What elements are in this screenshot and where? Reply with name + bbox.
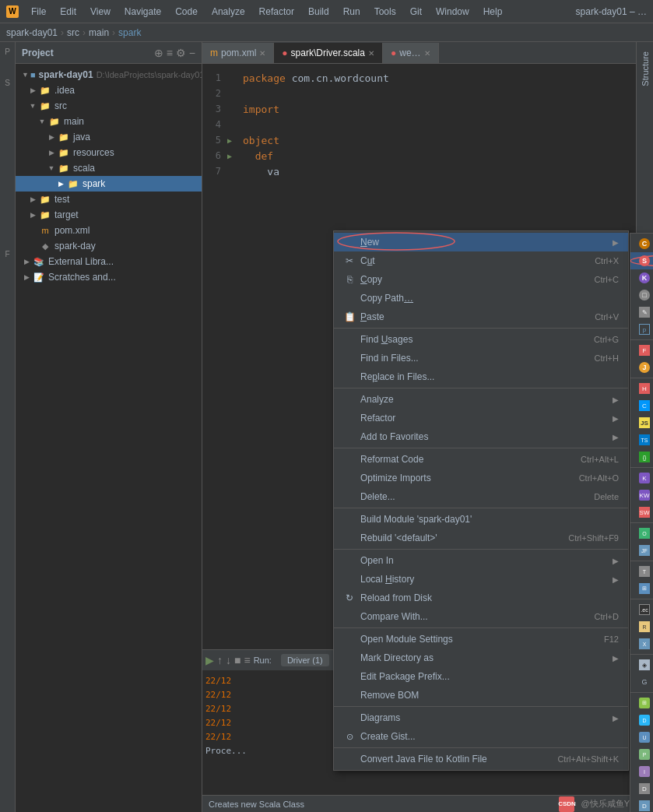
tree-item-scala[interactable]: ▼ 📁 scala <box>16 160 202 176</box>
ctx-analyze[interactable]: Analyze ▶ <box>334 390 628 409</box>
tab-driver-close[interactable]: ✕ <box>368 49 374 58</box>
ctx-edit-pkg-prefix[interactable]: Edit Package Prefix... <box>334 667 628 686</box>
tab-driver[interactable]: ● spark\Driver.scala ✕ <box>274 43 383 63</box>
submenu-file[interactable]: □ File <box>630 286 653 304</box>
breadcrumb-root[interactable]: spark-day01 <box>6 27 58 38</box>
menu-git[interactable]: Git <box>404 5 428 19</box>
submenu-html[interactable]: H HTML File <box>630 380 653 397</box>
submenu-jfx[interactable]: JF JavaFXApplication <box>630 542 653 559</box>
tab-we[interactable]: ● we… ✕ <box>383 43 439 63</box>
ctx-reload[interactable]: ↻ Reload from Disk <box>334 589 628 607</box>
tree-item-ext-libs[interactable]: ▶ 📚 External Libra... <box>16 254 202 269</box>
menu-run[interactable]: Run <box>337 5 367 19</box>
sidebar-structure-icon[interactable]: S <box>2 76 14 89</box>
submenu-js[interactable]: JS JavaScript File <box>630 414 653 431</box>
submenu-datasource[interactable]: ⊞ Data Source <box>630 694 653 712</box>
menu-analyze[interactable]: Analyze <box>205 5 251 19</box>
submenu-diagram[interactable]: ◈ Diagram <box>630 656 653 673</box>
ctx-favorites[interactable]: Add to Favorites ▶ <box>334 427 628 446</box>
breadcrumb-main[interactable]: main <box>89 27 109 38</box>
ctx-replace-in-files[interactable]: Replace in Files... <box>334 367 628 386</box>
submenu-driver[interactable]: D Driver <box>630 797 653 812</box>
breadcrumb-src[interactable]: src <box>67 27 79 38</box>
menu-tools[interactable]: Tools <box>368 5 402 19</box>
menu-edit[interactable]: Edit <box>54 5 83 19</box>
submenu-kotlin-ws[interactable]: KW Kotlin Worksheet <box>630 487 653 504</box>
ctx-find-in-files[interactable]: Find in Files... Ctrl+H <box>334 349 628 367</box>
submenu-java-class[interactable]: C Java Class <box>630 235 653 252</box>
ctx-reformat[interactable]: Reformat Code Ctrl+Alt+L <box>334 450 628 469</box>
tree-item-idea[interactable]: ▶ 📁 .idea <box>16 83 202 98</box>
submenu-scala-class[interactable]: S Scala Class <box>630 252 653 269</box>
ctx-paste[interactable]: 📋 Paste Ctrl+V <box>334 308 628 326</box>
ctx-refactor[interactable]: Refactor ▶ <box>334 409 628 427</box>
submenu-ds-url[interactable]: U Data Source from URL <box>630 729 653 746</box>
menu-window[interactable]: Window <box>430 5 476 19</box>
ctx-compare[interactable]: Compare With... Ctrl+D <box>334 607 628 626</box>
submenu-ds-inpath[interactable]: I Data Source in Path <box>630 763 653 780</box>
menu-help[interactable]: Help <box>477 5 509 19</box>
panel-action-tree[interactable]: ≡ <box>167 47 173 59</box>
tab-pom-close[interactable]: ✕ <box>259 49 265 58</box>
submenu-driver-ds[interactable]: D Driver and Data Source <box>630 780 653 797</box>
tree-item-java[interactable]: ▶ 📁 java <box>16 129 202 145</box>
menu-navigate[interactable]: Navigate <box>118 5 167 19</box>
submenu-fxml[interactable]: F FXML File <box>630 342 653 359</box>
ctx-local-history[interactable]: Local History ▶ <box>334 570 628 589</box>
run-stop-icon[interactable]: ■ <box>234 654 240 666</box>
ctx-module-settings[interactable]: Open Module Settings F12 <box>334 630 628 649</box>
ctx-copy-path[interactable]: Copy Path… <box>334 289 628 308</box>
sidebar-favorites-icon[interactable]: F <box>2 248 14 260</box>
run-filter-icon[interactable]: ≡ <box>244 654 250 666</box>
submenu-package[interactable]: p Package <box>630 321 653 338</box>
tree-item-pom[interactable]: m pom.xml <box>16 223 202 238</box>
tree-item-iml[interactable]: ◆ spark-day <box>16 238 202 254</box>
ctx-cut[interactable]: ✂ Cut Ctrl+X <box>334 251 628 270</box>
submenu-json[interactable]: {} package.json File <box>630 448 653 466</box>
submenu-css[interactable]: C Stylesheet <box>630 397 653 414</box>
submenu-ts[interactable]: TS TypeScript File <box>630 431 653 448</box>
ctx-copy[interactable]: ⎘ Copy Ctrl+C <box>334 270 628 289</box>
menu-file[interactable]: File <box>25 5 52 19</box>
tab-we-close[interactable]: ✕ <box>424 49 430 58</box>
ctx-diagrams[interactable]: Diagrams ▶ <box>334 708 628 727</box>
ctx-build-module[interactable]: Build Module 'spark-day01' <box>334 510 628 529</box>
submenu-scala-ws[interactable]: SW Scala Worksheet <box>630 504 653 521</box>
tree-root[interactable]: ▼ ■ spark-day01 D:\IdeaProjects\spark-da… <box>16 67 202 83</box>
run-play-icon[interactable]: ▶ <box>205 654 214 666</box>
submenu-ddl[interactable]: D DDL Data Source <box>630 712 653 729</box>
panel-action-settings[interactable]: ⚙ <box>176 47 186 59</box>
panel-action-add[interactable]: ⊕ <box>154 47 163 59</box>
run-up-icon[interactable]: ↑ <box>217 654 223 666</box>
menu-view[interactable]: View <box>84 5 117 19</box>
ctx-rebuild[interactable]: Rebuild '<default>' Ctrl+Shift+F9 <box>334 529 628 547</box>
ctx-open-in[interactable]: Open In ▶ <box>334 551 628 570</box>
run-tab-driver[interactable]: Driver (1) <box>281 654 329 666</box>
tree-item-scratches[interactable]: ▶ 📝 Scratches and... <box>16 269 202 285</box>
submenu-pkg-info[interactable]: J package-info.java <box>630 359 653 376</box>
menu-refactor[interactable]: Refactor <box>253 5 300 19</box>
breadcrumb-spark[interactable]: spark <box>118 27 141 38</box>
structure-sidebar-label[interactable]: Structure <box>641 51 650 86</box>
tree-item-src[interactable]: ▼ 📁 src <box>16 98 202 114</box>
tree-item-main[interactable]: ▼ 📁 main <box>16 114 202 129</box>
ctx-mark-dir[interactable]: Mark Directory as ▶ <box>334 649 628 667</box>
submenu-xml-config[interactable]: X XML Configuration File <box>630 635 653 652</box>
submenu-openapi[interactable]: O OpenAPI Specification <box>630 525 653 542</box>
ctx-optimize[interactable]: Optimize Imports Ctrl+Alt+O <box>334 469 628 487</box>
menu-build[interactable]: Build <box>302 5 335 19</box>
submenu-kotlin-script[interactable]: K Kotlin Script <box>630 469 653 487</box>
submenu-swing[interactable]: ⊞ Swing UI Designer ▶ <box>630 580 653 597</box>
ctx-create-gist[interactable]: ⊙ Create Gist... <box>334 727 628 746</box>
submenu-scratch[interactable]: ✎ Scratch File Ctrl+Alt+Shift+Insert <box>630 304 653 321</box>
ctx-delete[interactable]: Delete... Delete <box>334 487 628 506</box>
submenu-file-tpl[interactable]: T Edit File Templates... <box>630 563 653 580</box>
submenu-rb[interactable]: R Resource Bundle <box>630 618 653 635</box>
run-down-icon[interactable]: ↓ <box>226 654 231 666</box>
sidebar-project-icon[interactable]: P <box>2 45 14 58</box>
tab-pom[interactable]: m pom.xml ✕ <box>202 43 274 63</box>
submenu-kotlin-class[interactable]: K Kotlin Class/File <box>630 269 653 286</box>
ctx-new[interactable]: New ▶ C Java Class S Scala Class <box>334 233 628 251</box>
ctx-find-usages[interactable]: Find Usages Ctrl+G <box>334 330 628 349</box>
tree-item-test[interactable]: ▶ 📁 test <box>16 192 202 207</box>
